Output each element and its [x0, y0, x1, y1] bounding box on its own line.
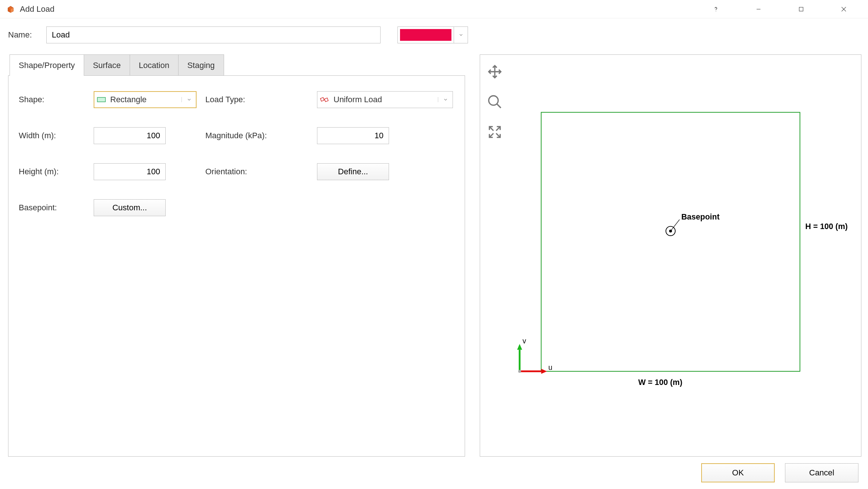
- shape-label: Shape:: [19, 95, 85, 104]
- tab-surface[interactable]: Surface: [84, 54, 130, 76]
- load-type-label: Load Type:: [205, 95, 308, 104]
- svg-text:v: v: [522, 337, 526, 345]
- basepoint-button[interactable]: Custom...: [94, 199, 166, 216]
- height-dim-label: H = 100 (m): [805, 222, 847, 231]
- height-input[interactable]: [94, 163, 166, 180]
- maximize-button[interactable]: [780, 0, 822, 18]
- app-icon: [7, 5, 15, 13]
- width-input[interactable]: [94, 127, 166, 144]
- svg-rect-5: [799, 7, 803, 11]
- help-button[interactable]: [695, 0, 737, 18]
- preview-pane: H = 100 (m) W = 100 (m) Basepoint u: [480, 54, 861, 457]
- color-swatch[interactable]: [398, 27, 454, 43]
- cancel-button[interactable]: Cancel: [785, 463, 858, 482]
- chevron-down-icon[interactable]: [181, 97, 196, 102]
- svg-point-3: [716, 11, 716, 11]
- tab-shape-property[interactable]: Shape/Property: [10, 54, 84, 76]
- uv-axes: u v: [517, 337, 552, 374]
- rectangle-icon: [94, 96, 109, 103]
- magnitude-input[interactable]: [317, 127, 389, 144]
- titlebar: Add Load: [0, 0, 868, 18]
- magnitude-label: Magnitude (kPa):: [205, 131, 308, 140]
- svg-marker-25: [541, 369, 547, 374]
- tab-strip: Shape/Property Surface Location Staging: [10, 54, 465, 76]
- ok-button[interactable]: OK: [701, 463, 775, 482]
- tab-location[interactable]: Location: [130, 54, 179, 76]
- preview-canvas[interactable]: H = 100 (m) W = 100 (m) Basepoint u: [480, 55, 861, 400]
- uniform-load-icon: [317, 96, 332, 104]
- svg-rect-19: [541, 113, 800, 371]
- svg-text:u: u: [548, 363, 552, 371]
- orientation-label: Orientation:: [205, 167, 308, 176]
- shape-combo[interactable]: Rectangle: [94, 91, 197, 108]
- svg-point-30: [518, 370, 521, 373]
- svg-rect-8: [97, 97, 105, 102]
- basepoint-marker: Basepoint: [666, 213, 720, 236]
- close-button[interactable]: [822, 0, 865, 18]
- name-input[interactable]: [46, 26, 381, 43]
- define-orientation-button[interactable]: Define...: [317, 163, 389, 180]
- tab-body: Shape: Rectangle Load Type:: [8, 75, 465, 457]
- chevron-down-icon[interactable]: [438, 97, 453, 102]
- width-dim-label: W = 100 (m): [638, 378, 682, 387]
- svg-rect-10: [324, 98, 328, 101]
- minimize-button[interactable]: [737, 0, 780, 18]
- basepoint-label: Basepoint:: [19, 203, 85, 213]
- svg-text:Basepoint: Basepoint: [681, 213, 720, 221]
- color-picker[interactable]: [397, 26, 468, 43]
- height-label: Height (m):: [19, 167, 85, 176]
- chevron-down-icon[interactable]: [454, 27, 468, 43]
- svg-rect-9: [320, 97, 324, 101]
- width-label: Width (m):: [19, 131, 85, 140]
- tab-staging[interactable]: Staging: [178, 54, 224, 76]
- name-label: Name:: [8, 30, 40, 40]
- svg-marker-28: [517, 344, 522, 350]
- load-type-combo[interactable]: Uniform Load: [317, 91, 453, 108]
- window-title: Add Load: [20, 4, 54, 14]
